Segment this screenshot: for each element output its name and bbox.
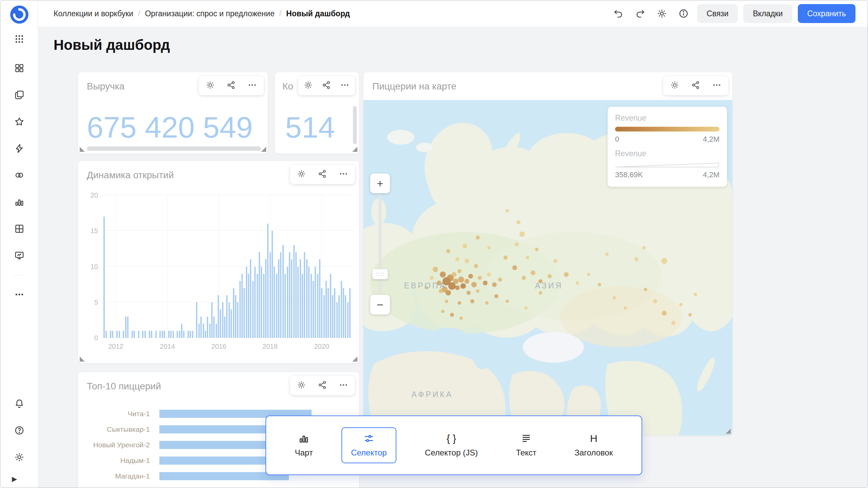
- widget-more-icon[interactable]: [340, 80, 350, 91]
- map-point[interactable]: [440, 271, 446, 278]
- map-point[interactable]: [548, 274, 552, 278]
- map-point[interactable]: [441, 310, 445, 313]
- sidebar-item-datasets[interactable]: [11, 220, 28, 238]
- map-point[interactable]: [487, 272, 491, 277]
- map-point[interactable]: [535, 248, 538, 251]
- map-point[interactable]: [492, 282, 497, 287]
- sidebar-collapse-icon[interactable]: ▶: [12, 475, 17, 483]
- map-point[interactable]: [476, 289, 479, 293]
- map-point[interactable]: [455, 257, 459, 261]
- map-point[interactable]: [564, 272, 569, 277]
- resize-handle[interactable]: [80, 147, 85, 152]
- dashboard-settings-gear-icon[interactable]: [654, 5, 670, 22]
- map-zoom-slider-handle[interactable]: ::::: [372, 269, 388, 279]
- map-point[interactable]: [671, 321, 675, 325]
- widget-share-icon[interactable]: [691, 80, 701, 91]
- map-point[interactable]: [587, 273, 590, 276]
- map-point[interactable]: [433, 267, 438, 272]
- map-point[interactable]: [458, 277, 464, 283]
- widget-settings-gear-icon[interactable]: [297, 169, 306, 180]
- toolbar-item-chart[interactable]: Чарт: [285, 427, 322, 463]
- map-point[interactable]: [483, 281, 488, 285]
- widget-more-icon[interactable]: [339, 169, 348, 180]
- widget-share-icon[interactable]: [318, 169, 327, 180]
- map-point[interactable]: [498, 278, 502, 282]
- map-point[interactable]: [446, 290, 451, 296]
- sidebar-item-editor[interactable]: [11, 247, 28, 264]
- sidebar-item-charts[interactable]: [11, 193, 28, 211]
- map-point[interactable]: [613, 296, 616, 300]
- sidebar-more-icon[interactable]: [11, 286, 28, 303]
- map-point[interactable]: [450, 313, 454, 317]
- map-point[interactable]: [465, 259, 469, 263]
- widget-more-icon[interactable]: [339, 380, 348, 391]
- widget-more-icon[interactable]: [712, 80, 722, 91]
- map-point[interactable]: [539, 291, 542, 294]
- widget-share-icon[interactable]: [226, 80, 236, 91]
- sidebar-item-favorites[interactable]: [11, 113, 28, 130]
- toolbar-item-selector-js[interactable]: { } Селектор (JS): [415, 427, 487, 463]
- map-point[interactable]: [605, 252, 609, 256]
- map-point[interactable]: [598, 283, 601, 286]
- map-point[interactable]: [457, 269, 461, 273]
- resize-handle[interactable]: [261, 147, 266, 152]
- map-point[interactable]: [460, 283, 466, 289]
- map-point[interactable]: [512, 265, 517, 270]
- toolbar-item-selector[interactable]: Селектор: [341, 427, 396, 463]
- datalens-logo-icon[interactable]: [10, 5, 29, 24]
- widget-map[interactable]: Пиццерии на карте: [363, 72, 732, 435]
- map-point[interactable]: [494, 294, 498, 298]
- widget-settings-gear-icon[interactable]: [303, 80, 313, 91]
- map-point[interactable]: [467, 291, 471, 295]
- redo-icon[interactable]: [632, 5, 648, 22]
- horizontal-scrollbar[interactable]: [87, 146, 261, 151]
- map-point[interactable]: [476, 236, 480, 240]
- toolbar-item-text[interactable]: Текст: [507, 427, 546, 463]
- apps-grid-icon[interactable]: [11, 30, 28, 48]
- map-canvas[interactable]: ЕВРОПА АЗИЯ АФРИКА + :::: − Revenue 0 4,…: [363, 100, 732, 435]
- map-point[interactable]: [531, 270, 535, 275]
- map-point[interactable]: [504, 256, 508, 260]
- settings-gear-icon[interactable]: [11, 448, 28, 466]
- widget-count[interactable]: Ко 514: [275, 72, 359, 154]
- map-point[interactable]: [455, 285, 460, 290]
- map-point[interactable]: [642, 246, 646, 249]
- map-point[interactable]: [515, 242, 519, 246]
- map-point[interactable]: [661, 258, 667, 264]
- map-point[interactable]: [468, 274, 473, 279]
- map-point[interactable]: [519, 231, 525, 237]
- map-point[interactable]: [471, 282, 477, 287]
- widget-settings-gear-icon[interactable]: [205, 80, 215, 91]
- notifications-bell-icon[interactable]: [11, 395, 28, 412]
- links-button[interactable]: Связи: [697, 4, 738, 23]
- resize-handle[interactable]: [352, 357, 357, 362]
- map-point[interactable]: [653, 299, 657, 303]
- map-point[interactable]: [445, 300, 448, 303]
- map-point[interactable]: [452, 272, 456, 277]
- help-icon[interactable]: [11, 422, 28, 439]
- map-point[interactable]: [688, 313, 692, 317]
- breadcrumb-workbook[interactable]: Организации: спрос и предложение: [145, 9, 274, 18]
- widget-settings-gear-icon[interactable]: [670, 80, 679, 91]
- map-point[interactable]: [465, 279, 469, 284]
- toolbar-item-heading[interactable]: H Заголовок: [565, 427, 623, 463]
- map-point[interactable]: [458, 301, 461, 305]
- map-point[interactable]: [474, 264, 478, 268]
- map-point[interactable]: [462, 244, 467, 248]
- map-point[interactable]: [485, 301, 489, 305]
- map-point[interactable]: [459, 317, 463, 320]
- widget-dynamics[interactable]: Динамика открытий 05101520 2012201420162…: [78, 161, 359, 363]
- map-point[interactable]: [524, 306, 528, 310]
- map-point[interactable]: [478, 276, 482, 280]
- info-icon[interactable]: [675, 5, 692, 22]
- widget-share-icon[interactable]: [322, 80, 331, 91]
- map-zoom-in-button[interactable]: +: [370, 174, 390, 193]
- map-point[interactable]: [624, 306, 627, 310]
- resize-handle[interactable]: [80, 357, 85, 362]
- map-point[interactable]: [446, 249, 450, 253]
- sidebar-item-audience[interactable]: [11, 166, 28, 184]
- sidebar-item-collections[interactable]: [11, 86, 28, 104]
- map-zoom-out-button[interactable]: −: [370, 295, 390, 314]
- map-point[interactable]: [694, 293, 697, 296]
- breadcrumb-collections[interactable]: Коллекции и воркбуки: [54, 9, 133, 18]
